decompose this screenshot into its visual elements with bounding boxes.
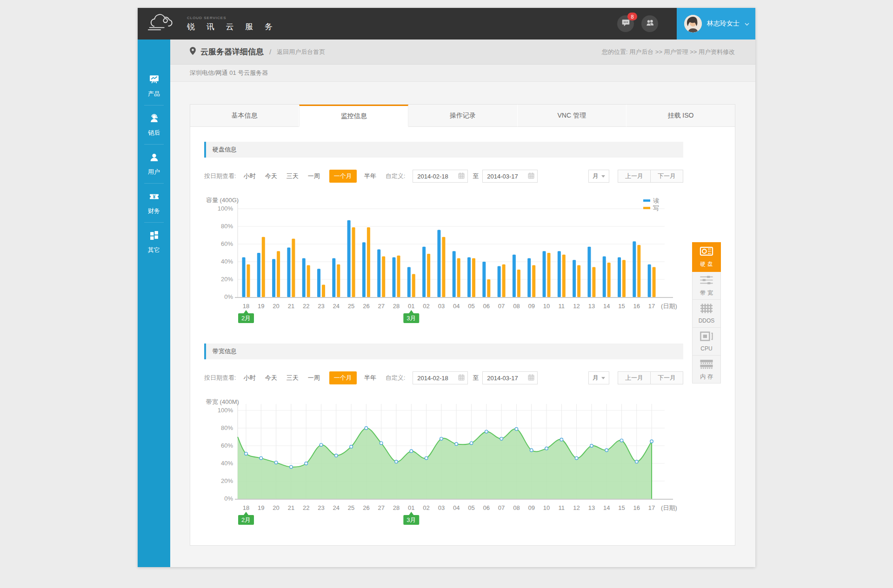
cpu-icon	[700, 331, 713, 343]
users-icon	[645, 19, 655, 28]
filter-option-halfyear[interactable]: 半年	[364, 374, 376, 382]
filter-option-hour[interactable]: 小时	[244, 374, 256, 382]
svg-text:17: 17	[648, 504, 655, 511]
avatar	[684, 15, 702, 33]
filter-option-3days[interactable]: 三天	[287, 172, 299, 180]
brand-tagline: CLOUD SERVICES	[187, 16, 277, 20]
filter-option-hour[interactable]: 小时	[244, 172, 256, 180]
brand-name: 锐 讯 云 服 务	[187, 21, 277, 32]
unit-select[interactable]: 月	[588, 371, 609, 384]
tab-monitor-info[interactable]: 监控信息	[299, 105, 408, 127]
svg-text:40%: 40%	[221, 258, 233, 265]
calendar-icon	[458, 374, 465, 382]
unit-select-value: 月	[593, 374, 599, 382]
svg-text:05: 05	[468, 303, 474, 310]
filter-option-week[interactable]: 一周	[308, 172, 320, 180]
svg-text:23: 23	[318, 303, 324, 310]
disk-filter-row: 按日期查看: 小时 今天 三天 一周 一个月 半年 自定义: 2014-02-1…	[204, 170, 683, 183]
ram-icon	[700, 358, 713, 370]
svg-text:60%: 60%	[221, 442, 233, 449]
filter-label: 按日期查看:	[204, 374, 236, 382]
next-month-button[interactable]: 下一月	[651, 371, 683, 384]
svg-text:08: 08	[513, 303, 520, 310]
unit-select[interactable]: 月	[588, 170, 609, 183]
filter-option-month[interactable]: 一个月	[329, 371, 357, 384]
filter-option-halfyear[interactable]: 半年	[364, 172, 376, 180]
unit-select-value: 月	[593, 172, 599, 180]
sidebar-item-label: 财务	[148, 207, 160, 215]
svg-text:28: 28	[393, 303, 400, 310]
sidebar-item-users[interactable]: 用户	[138, 147, 170, 180]
next-month-button[interactable]: 下一月	[651, 170, 683, 183]
tab-operation-log[interactable]: 操作记录	[408, 105, 517, 127]
svg-text:27: 27	[378, 504, 384, 511]
main-area: 云服务器详细信息 / 返回用户后台首页 您的位置: 用户后台 >> 用户管理 >…	[170, 40, 755, 567]
disk-section-title: 硬盘信息	[204, 142, 683, 158]
sidebar-item-products[interactable]: 产品	[138, 69, 170, 102]
svg-text:09: 09	[528, 504, 534, 511]
date-to-input[interactable]: 2014-03-17	[482, 170, 538, 183]
filter-option-today[interactable]: 今天	[265, 172, 277, 180]
svg-text:25: 25	[348, 303, 354, 310]
prev-month-button[interactable]: 上一月	[618, 170, 651, 183]
messages-button[interactable]: 8	[617, 15, 634, 32]
tool-memory[interactable]: 内 存	[692, 356, 721, 383]
prev-month-button[interactable]: 上一月	[618, 371, 651, 384]
sidebar-item-label: 销后	[148, 129, 160, 137]
svg-text:2月: 2月	[241, 315, 251, 322]
disk-section: 硬盘信息 按日期查看: 小时 今天 三天 一周 一个月 半年 自定义:	[204, 142, 683, 326]
sidebar-item-others[interactable]: 其它	[138, 225, 170, 258]
tool-bandwidth[interactable]: 带 宽	[692, 272, 721, 300]
tool-disk[interactable]: 硬 盘	[692, 242, 721, 272]
bandwidth-filter-row: 按日期查看: 小时 今天 三天 一周 一个月 半年 自定义: 2014-02-1…	[204, 371, 683, 384]
svg-text:21: 21	[288, 303, 294, 310]
tool-cpu[interactable]: CPU	[692, 328, 721, 356]
date-from-input[interactable]: 2014-02-18	[413, 170, 468, 183]
disk-usage-chart: 0%20%40%60%80%100%容量 (400G)1819202122232…	[204, 196, 683, 326]
tab-vnc-manage[interactable]: VNC 管理	[518, 105, 626, 127]
svg-text:容量 (400G): 容量 (400G)	[206, 197, 239, 204]
svg-text:22: 22	[303, 303, 309, 310]
svg-text:0%: 0%	[224, 495, 233, 502]
to-label: 至	[473, 374, 479, 382]
svg-text:01: 01	[408, 504, 414, 511]
svg-text:¥: ¥	[153, 194, 155, 199]
date-from-value: 2014-02-18	[417, 375, 448, 382]
shield-grid-icon	[700, 303, 713, 315]
svg-text:27: 27	[378, 303, 384, 310]
tab-basic-info[interactable]: 基本信息	[190, 105, 299, 127]
svg-text:16: 16	[633, 504, 640, 511]
tool-ddos[interactable]: DDOS	[692, 300, 721, 328]
svg-text:10: 10	[543, 303, 550, 310]
svg-text:17: 17	[648, 303, 655, 310]
date-to-value: 2014-03-17	[487, 375, 518, 382]
date-to-input[interactable]: 2014-03-17	[482, 371, 538, 384]
user-menu[interactable]: 林志玲女士	[677, 8, 755, 40]
svg-text:24: 24	[333, 303, 340, 310]
sidebar-item-aftersales[interactable]: 销后	[138, 108, 170, 141]
filter-option-week[interactable]: 一周	[308, 374, 320, 382]
svg-text:13: 13	[588, 303, 595, 310]
filter-option-today[interactable]: 今天	[265, 374, 277, 382]
svg-text:06: 06	[483, 504, 490, 511]
tab-mount-iso[interactable]: 挂载 ISO	[626, 105, 735, 127]
breadcrumb: 云服务器详细信息 / 返回用户后台首页 您的位置: 用户后台 >> 用户管理 >…	[170, 40, 755, 65]
filter-option-3days[interactable]: 三天	[287, 374, 299, 382]
sidebar-item-finance[interactable]: ¥ 财务	[138, 186, 170, 219]
svg-text:(日期): (日期)	[661, 303, 677, 310]
back-to-dashboard-link[interactable]: 返回用户后台首页	[277, 48, 325, 56]
svg-text:0%: 0%	[224, 293, 233, 300]
svg-text:20%: 20%	[221, 276, 233, 283]
svg-text:25: 25	[348, 504, 354, 511]
brand-logo: CLOUD SERVICES 锐 讯 云 服 务	[138, 13, 277, 35]
filter-option-month[interactable]: 一个月	[329, 170, 357, 183]
page: CLOUD SERVICES 锐 讯 云 服 务 8	[138, 8, 755, 567]
sidebar-divider	[144, 183, 164, 184]
svg-text:05: 05	[468, 504, 474, 511]
svg-text:80%: 80%	[221, 424, 233, 431]
contacts-button[interactable]	[641, 15, 658, 32]
svg-text:16: 16	[633, 303, 640, 310]
ticket-yuan-icon: ¥	[149, 191, 160, 203]
date-from-input[interactable]: 2014-02-18	[413, 371, 468, 384]
svg-text:18: 18	[243, 504, 249, 511]
